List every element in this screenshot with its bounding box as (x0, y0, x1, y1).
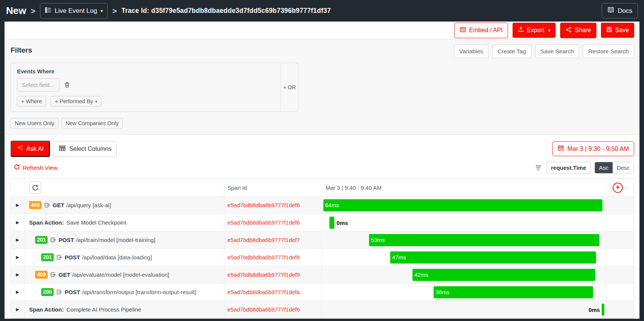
new-companies-only-filter[interactable]: New Companies Only (62, 118, 123, 129)
request-path: /api/query [ask-ai] (66, 202, 111, 208)
column-header-timeline: Mar 3 | 9:40 - 9:40 AM (322, 185, 381, 191)
chevron-down-icon: ▾ (100, 8, 103, 14)
sort-desc-option[interactable]: Desc (613, 162, 634, 173)
span-id-link[interactable]: e5ad7bdb8dba6b9777f1def6 (227, 306, 300, 313)
duration-bar[interactable]: 53ms (369, 234, 599, 246)
sort-filter-icon[interactable] (534, 164, 543, 172)
variables-button[interactable]: Variables (454, 45, 488, 58)
breadcrumb-separator: > (31, 6, 35, 16)
trace-id-label: Trace Id: d35f79e5ad7bdb8dbaedde3d7fdd5c… (122, 7, 331, 15)
request-path: /api/train/model [model-training] (76, 237, 155, 243)
trash-icon[interactable] (64, 82, 70, 88)
save-search-button[interactable]: Save Search (535, 45, 579, 58)
add-or-button[interactable]: + OR (281, 63, 298, 112)
export-button[interactable]: Export ▾ (513, 23, 556, 38)
embed-api-button[interactable]: Embed / API (454, 23, 508, 38)
duration-bar[interactable]: 36ms (434, 286, 593, 298)
expand-row-button[interactable]: ▶ (16, 307, 19, 312)
http-method: GET (59, 271, 70, 278)
open-span-icon[interactable] (50, 237, 56, 243)
select-field-button[interactable]: Select field... (17, 78, 59, 91)
http-method: GET (53, 202, 64, 208)
expand-row-button[interactable]: ▶ (16, 255, 19, 260)
share-label: Share (575, 27, 591, 34)
select-columns-label: Select Columns (69, 146, 111, 152)
duration-bar[interactable] (329, 217, 334, 229)
docs-button-label: Docs (618, 7, 632, 15)
duration-label: 42ms (412, 271, 428, 278)
refresh-view-label: Refresh View (23, 164, 57, 171)
sort-field-button[interactable]: request.Time (547, 162, 591, 174)
span-id-link[interactable]: e5ad7bdb8dba6b9777f1def9 (227, 271, 300, 278)
main-content: Embed / API Export ▾ Share (5, 22, 639, 319)
span-id-link[interactable]: e5ad7bdb8dba6b9777f1def7 (227, 237, 300, 243)
duration-bar[interactable]: 42ms (412, 269, 595, 281)
http-method: POST (59, 237, 74, 243)
open-span-icon[interactable] (50, 272, 56, 278)
duration-bar[interactable]: 47ms (390, 251, 596, 264)
new-users-only-filter[interactable]: New Users Only (11, 118, 59, 129)
export-label: Export (527, 27, 544, 34)
action-bar: Embed / API Export ▾ Share (5, 22, 639, 39)
book-icon (607, 6, 614, 15)
expand-row-button[interactable]: ▶ (16, 237, 19, 242)
expand-row-button[interactable]: ▶ (16, 272, 19, 277)
span-action-text: Save Model Checkpoint (66, 219, 126, 226)
breadcrumb-separator: > (112, 6, 117, 16)
duration-label: 64ms (323, 202, 339, 208)
span-id-link[interactable]: e5ad7bdb8dba6b9777f1def6 (227, 202, 300, 208)
column-resize-handle[interactable]: / (626, 185, 627, 191)
filters-title: Filters (11, 45, 32, 54)
restore-search-button[interactable]: Restore Search (583, 45, 634, 58)
span-id-link[interactable]: e5ad7bdb8dba6b9777f1defa (227, 289, 300, 295)
share-icon (565, 26, 572, 34)
refresh-view-button[interactable]: Refresh View (14, 164, 57, 171)
view-selector-dropdown[interactable]: Live Event Log ▾ (40, 3, 108, 19)
date-range-button[interactable]: Mar 3 | 9:30 - 9:50 AM (552, 141, 634, 156)
sort-asc-option[interactable]: Asc (595, 162, 613, 173)
expand-row-button[interactable]: ▶ (16, 290, 19, 295)
table-controls: Ask AI Select Columns (5, 135, 639, 174)
duration-label: 47ms (390, 254, 406, 261)
save-button[interactable]: Save (601, 23, 634, 38)
add-where-button[interactable]: + Where (17, 96, 46, 107)
refresh-table-button[interactable] (29, 181, 41, 194)
export-icon (518, 26, 524, 34)
table-header-row: Span Id Mar 3 | 9:40 - 9:40 AM + / (11, 179, 634, 197)
list-icon (45, 7, 51, 15)
sort-direction-toggle: Asc Desc (595, 162, 634, 174)
status-badge: 400 (29, 201, 42, 209)
refresh-icon (14, 164, 20, 171)
status-badge: 201 (41, 253, 54, 262)
docs-button[interactable]: Docs (602, 3, 638, 19)
add-performed-by-button[interactable]: + Performed By ▾ (51, 96, 101, 107)
add-column-button[interactable]: + (613, 183, 623, 193)
create-tag-button[interactable]: Create Tag (492, 45, 531, 58)
duration-bar[interactable]: 64ms (323, 199, 602, 211)
top-bar: New > Live Event Log ▾ > Trace Id: d35f7… (0, 0, 644, 22)
open-span-icon[interactable] (56, 254, 62, 260)
table-row: ▶ 201 POST /api/load/data [data-loading]… (11, 249, 634, 266)
table-row: ▶ 409 GET /api/evaluate/model [model-eva… (11, 266, 634, 284)
date-range-label: Mar 3 | 9:30 - 9:50 AM (567, 145, 629, 152)
table-row: ▶ 200 POST /api/transform/output [transf… (11, 284, 634, 301)
span-id-link[interactable]: e5ad7bdb8dba6b9777f1def6 (227, 219, 300, 226)
share-button[interactable]: Share (560, 23, 596, 38)
duration-label: 36ms (434, 289, 449, 295)
add-performed-by-label: + Performed By (55, 98, 93, 104)
status-badge: 201 (35, 236, 48, 244)
view-selector-label: Live Event Log (55, 7, 97, 15)
span-id-link[interactable]: e5ad7bdb8dba6b9777f1def8 (227, 254, 300, 261)
open-span-icon[interactable] (56, 289, 62, 295)
span-action-label: Span Action: (29, 306, 64, 313)
expand-row-button[interactable]: ▶ (16, 220, 19, 225)
select-columns-button[interactable]: Select Columns (54, 141, 117, 157)
table-row: ▶ Span Action: Save Model Checkpoint e5a… (11, 214, 634, 231)
duration-bar[interactable] (602, 304, 604, 316)
embed-api-label: Embed / API (469, 27, 503, 34)
chevron-down-icon: ▾ (95, 99, 97, 104)
expand-row-button[interactable]: ▶ (16, 203, 19, 208)
duration-label: 53ms (369, 237, 385, 243)
open-span-icon[interactable] (44, 202, 50, 208)
ask-ai-button[interactable]: Ask AI (11, 141, 50, 157)
